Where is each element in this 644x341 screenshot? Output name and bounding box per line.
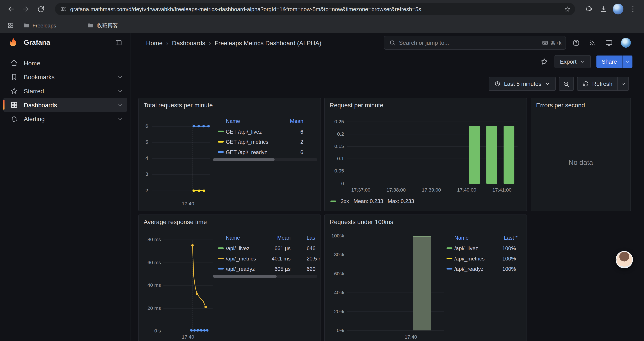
x-tick: 17:40:00	[452, 187, 481, 193]
forward-button[interactable]	[19, 2, 33, 16]
scrollbar-thumb[interactable]	[213, 158, 275, 161]
gridline	[163, 331, 212, 331]
legend-header-last[interactable]: Last *	[493, 235, 518, 241]
help-icon[interactable]	[569, 36, 582, 49]
legend-scrollbar[interactable]	[213, 158, 318, 161]
panel-total-requests: Total requests per minute 6 5 4 3 2	[138, 98, 321, 211]
panel-title[interactable]: Request per minute	[330, 102, 384, 109]
monitor-icon[interactable]	[602, 36, 615, 49]
sidebar-collapse-icon[interactable]	[112, 37, 125, 49]
gridline	[152, 158, 210, 159]
url-text[interactable]: grafana.mathmast.com/d/deytv4rwavabkb/fr…	[70, 6, 560, 12]
legend-series-name[interactable]: /api/_readyz	[454, 266, 484, 272]
legend-series-name[interactable]: 2xx	[341, 198, 349, 204]
browser-profile-avatar[interactable]	[613, 4, 624, 15]
browser-menu-icon[interactable]	[626, 2, 640, 16]
chevron-down-icon[interactable]	[116, 74, 123, 80]
reload-button[interactable]	[34, 2, 48, 16]
url-bar[interactable]: grafana.mathmast.com/d/deytv4rwavabkb/fr…	[55, 3, 575, 15]
series-color-dash	[446, 247, 452, 249]
rss-icon[interactable]	[586, 36, 599, 49]
legend-value: 620	[307, 266, 316, 272]
favorite-star-icon[interactable]	[540, 57, 549, 66]
scrollbar-thumb[interactable]	[213, 275, 277, 278]
time-range-picker[interactable]: Last 5 minutes	[489, 77, 556, 91]
breadcrumb-dashboards[interactable]: Dashboards	[172, 39, 205, 46]
search-shortcut: ⌘+k	[542, 40, 562, 46]
export-button[interactable]: Export	[554, 55, 590, 68]
user-avatar[interactable]	[621, 38, 631, 48]
chevron-down-icon	[579, 59, 585, 65]
panel-title[interactable]: Average response time	[144, 218, 207, 225]
sidebar-item-bookmarks[interactable]: Bookmarks	[3, 70, 127, 84]
gridline	[163, 285, 212, 286]
extensions-icon[interactable]	[582, 2, 596, 16]
grafana-logo-icon[interactable]	[8, 37, 19, 48]
x-tick: 17:40	[176, 334, 200, 340]
assistant-avatar-widget[interactable]	[616, 251, 633, 268]
back-button[interactable]	[4, 2, 18, 16]
panel-title[interactable]: Total requests per minute	[144, 102, 212, 109]
apps-grid-icon[interactable]	[5, 20, 16, 31]
browser-toolbar: grafana.mathmast.com/d/deytv4rwavabkb/fr…	[0, 0, 644, 18]
bookmark-folder-blogs[interactable]: 收藏博客	[84, 20, 122, 31]
refresh-interval-caret[interactable]	[617, 77, 628, 90]
sidebar-item-starred[interactable]: Starred	[3, 84, 127, 98]
legend-series-name[interactable]: GET /api/_readyz	[226, 149, 267, 155]
breadcrumb-home[interactable]: Home	[146, 39, 163, 46]
panel-title[interactable]: Errors per second	[536, 102, 585, 109]
legend-value: 661 µs	[266, 245, 290, 251]
zoom-out-button[interactable]	[559, 77, 574, 91]
panel-request-per-minute: Request per minute 0.25 0.2 0.15 0.1 0.0…	[324, 98, 527, 211]
legend-header-name[interactable]: Name	[454, 235, 469, 241]
series-color-dash	[218, 258, 224, 259]
legend-header-last[interactable]: Las	[307, 235, 315, 241]
legend-series-name[interactable]: /api/_readyz	[226, 266, 255, 272]
legend-max: Max: 0.233	[388, 198, 414, 204]
keyboard-icon	[542, 40, 548, 46]
refresh-split-button: Refresh	[577, 77, 629, 91]
bookmark-folder-freeleaps[interactable]: Freeleaps	[20, 20, 60, 31]
sidebar-item-dashboards[interactable]: Dashboards	[3, 98, 127, 112]
y-tick: 60 ms	[143, 260, 161, 265]
gridline	[347, 330, 444, 331]
share-button[interactable]: Share	[596, 56, 622, 68]
legend-series-name[interactable]: /api/_metrics	[454, 256, 485, 262]
series-color-dash	[446, 268, 452, 269]
legend-header-mean[interactable]: Mean	[278, 118, 303, 124]
series-color-dash	[330, 200, 336, 202]
panel-title[interactable]: Requests under 100ms	[330, 218, 393, 225]
chevron-down-icon[interactable]	[116, 115, 123, 122]
chevron-down-icon[interactable]	[116, 102, 123, 108]
chevron-down-icon[interactable]	[116, 88, 123, 94]
sidebar-item-label: Home	[24, 60, 40, 67]
legend-header-name[interactable]: Name	[226, 118, 240, 124]
gridline	[152, 126, 210, 127]
y-tick: 0.25	[329, 119, 344, 124]
legend-series-name[interactable]: GET /api/_livez	[226, 129, 262, 135]
legend-header-name[interactable]: Name	[226, 235, 240, 241]
legend-series-name[interactable]: /api/_metrics	[226, 256, 256, 262]
refresh-button[interactable]: Refresh	[578, 77, 618, 90]
legend-value: 6	[278, 149, 303, 155]
series-color-dash	[446, 258, 452, 259]
share-menu-caret[interactable]	[622, 56, 632, 68]
legend-series-name[interactable]: GET /api/_metrics	[226, 139, 268, 145]
bookmark-star-icon[interactable]	[564, 6, 571, 13]
bookmark-icon	[10, 73, 18, 81]
legend-series-name[interactable]: /api/_livez	[226, 245, 250, 251]
gridline	[192, 124, 193, 194]
sidebar-item-alerting[interactable]: Alerting	[3, 112, 127, 126]
sidebar-header: Grafana	[0, 33, 130, 53]
legend-scrollbar[interactable]	[213, 275, 318, 278]
legend-header-mean[interactable]: Mean	[266, 235, 290, 241]
x-tick: 17:40	[398, 334, 423, 340]
downloads-icon[interactable]	[596, 2, 610, 16]
legend-2xx[interactable]: 2xx Mean: 0.233 Max: 0.233	[330, 198, 414, 204]
bar-percent	[413, 236, 432, 330]
search-input[interactable]: Search or jump to... ⌘+k	[384, 36, 566, 50]
legend-series-name[interactable]: /api/_livez	[454, 245, 478, 251]
sidebar-item-home[interactable]: Home	[3, 56, 127, 70]
site-info-icon[interactable]	[60, 6, 66, 12]
bookmarks-bar: Freeleaps 收藏博客	[0, 18, 644, 33]
